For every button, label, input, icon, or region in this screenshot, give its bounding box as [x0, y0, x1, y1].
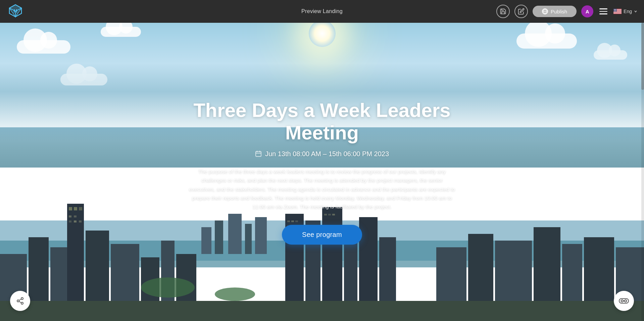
- publish-button[interactable]: Publish: [533, 6, 577, 17]
- svg-point-97: [17, 300, 19, 302]
- svg-point-32: [615, 10, 615, 10]
- svg-point-20: [615, 9, 616, 9]
- svg-point-21: [616, 9, 616, 9]
- svg-rect-15: [613, 13, 622, 14]
- svg-point-37: [615, 11, 615, 11]
- logo[interactable]: M: [7, 2, 24, 21]
- hero-description: The purpose of the three days a week lea…: [188, 167, 456, 211]
- svg-point-103: [625, 300, 627, 302]
- svg-point-38: [615, 11, 616, 11]
- svg-point-19: [615, 9, 615, 9]
- svg-point-18: [614, 9, 615, 9]
- svg-point-33: [615, 10, 615, 10]
- chevron-down-icon: [634, 10, 637, 13]
- svg-text:M: M: [13, 8, 17, 14]
- topbar-left: M: [7, 2, 24, 21]
- svg-line-99: [19, 302, 21, 303]
- svg-point-31: [614, 10, 614, 10]
- svg-point-39: [616, 11, 616, 11]
- share-icon: [16, 297, 24, 305]
- svg-point-25: [616, 9, 616, 10]
- svg-point-17: [614, 9, 614, 9]
- svg-point-23: [615, 9, 615, 10]
- calendar-icon: [255, 150, 262, 157]
- topbar-right: Publish A: [496, 5, 637, 18]
- edit-button[interactable]: [514, 5, 528, 18]
- vr-icon: [619, 298, 629, 304]
- preview-title: Preview Landing: [301, 8, 343, 14]
- svg-point-22: [614, 9, 614, 10]
- svg-point-42: [615, 11, 615, 11]
- svg-line-100: [19, 299, 21, 301]
- svg-rect-92: [256, 151, 261, 156]
- avatar-button[interactable]: A: [581, 5, 593, 17]
- vr-button[interactable]: [614, 291, 634, 311]
- globe-icon: [542, 8, 548, 14]
- hero-date: Jun 13th 08:00 AM – 15th 06:00 PM 2023: [255, 150, 389, 158]
- see-program-button[interactable]: See program: [282, 225, 362, 245]
- share-button[interactable]: [10, 291, 30, 311]
- publish-label: Publish: [551, 9, 567, 14]
- topbar: M Preview Landing: [0, 0, 644, 23]
- see-program-label: See program: [302, 231, 342, 238]
- svg-point-40: [614, 11, 614, 11]
- svg-point-28: [615, 10, 615, 10]
- svg-rect-14: [613, 12, 622, 13]
- hero-content: Three Days a Week Leaders Meeting Jun 13…: [0, 0, 644, 321]
- hero-section: Three Days a Week Leaders Meeting Jun 13…: [0, 0, 644, 321]
- scrollbar-thumb[interactable]: [641, 23, 644, 90]
- avatar-letter: A: [586, 9, 589, 14]
- hamburger-line-1: [599, 8, 607, 9]
- language-button[interactable]: Eng: [613, 9, 637, 14]
- svg-point-43: [616, 11, 616, 11]
- svg-point-27: [614, 10, 615, 10]
- svg-point-30: [616, 10, 616, 10]
- language-label: Eng: [624, 9, 632, 14]
- scrollbar-track[interactable]: [641, 23, 644, 321]
- svg-rect-13: [613, 12, 622, 12]
- flag-icon: [613, 9, 622, 14]
- date-text: Jun 13th 08:00 AM – 15th 06:00 PM 2023: [265, 150, 389, 158]
- save-button[interactable]: [496, 5, 510, 18]
- svg-point-102: [621, 300, 624, 302]
- menu-button[interactable]: [598, 7, 609, 16]
- svg-point-96: [21, 298, 23, 300]
- hamburger-line-3: [599, 13, 607, 14]
- svg-point-41: [615, 11, 615, 11]
- svg-point-24: [615, 9, 615, 10]
- svg-point-36: [614, 11, 615, 11]
- hero-title: Three Days a Week Leaders Meeting: [188, 99, 456, 144]
- svg-point-26: [614, 10, 614, 10]
- svg-point-98: [21, 302, 23, 304]
- svg-point-29: [615, 10, 616, 10]
- svg-point-34: [616, 10, 616, 10]
- svg-point-35: [614, 11, 614, 11]
- hamburger-line-2: [599, 11, 607, 12]
